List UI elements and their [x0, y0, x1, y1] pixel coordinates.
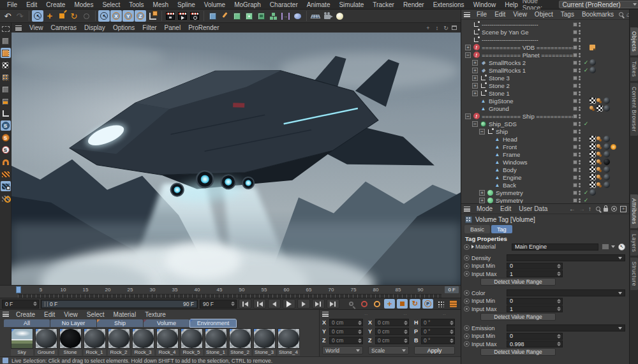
menubar-item-file[interactable]: File: [3, 1, 22, 8]
material-item-stone[interactable]: Stone: [59, 328, 82, 356]
expand-toggle[interactable]: −: [465, 52, 471, 58]
tree-row-body[interactable]: Body: [461, 166, 629, 173]
layer-box-icon[interactable]: [573, 129, 577, 134]
snap-modes-button[interactable]: [1, 133, 11, 143]
dolly-icon[interactable]: ↕: [434, 25, 440, 31]
layer-box-icon[interactable]: [573, 114, 577, 119]
visibility-dots-icon[interactable]: [579, 152, 581, 157]
add-light-button[interactable]: [334, 10, 345, 22]
layer-tab-environment[interactable]: Environment: [190, 319, 236, 327]
spinner-arrows[interactable]: [404, 339, 408, 343]
animation-dot-icon[interactable]: [464, 333, 470, 339]
coordinate-field[interactable]: 0 cm: [375, 337, 409, 344]
goto-start-button[interactable]: [239, 299, 251, 309]
keyframe-selection-button[interactable]: [371, 299, 382, 309]
spinner-arrows[interactable]: [33, 302, 37, 306]
back-icon[interactable]: ←: [569, 205, 575, 212]
phong-tag-icon[interactable]: [597, 175, 600, 178]
material-menu-select[interactable]: Select: [82, 311, 109, 318]
checker-tag-icon[interactable]: [590, 159, 596, 165]
render-view-button[interactable]: [165, 10, 176, 22]
spinner-arrows[interactable]: [450, 321, 454, 325]
coordinate-field[interactable]: 0 cm: [375, 319, 409, 326]
next-frame-button[interactable]: [297, 299, 310, 309]
attribute-menu-mode[interactable]: Mode: [473, 205, 496, 212]
visibility-dots-icon[interactable]: [579, 106, 581, 111]
spinner-arrows[interactable]: [358, 330, 362, 334]
material-item-sky[interactable]: Sky: [10, 328, 33, 356]
number-field[interactable]: 0: [507, 298, 563, 305]
phong-tag-icon[interactable]: [590, 106, 593, 110]
timeline-playhead[interactable]: [16, 286, 21, 293]
search-icon[interactable]: [619, 12, 623, 17]
spinner-arrows[interactable]: [358, 321, 362, 325]
enable-axis-button[interactable]: [1, 108, 11, 119]
visibility-dots-icon[interactable]: [579, 122, 581, 126]
maximize-icon[interactable]: [452, 25, 457, 30]
menubar-item-character[interactable]: Character: [265, 1, 302, 8]
play-button[interactable]: [283, 299, 295, 309]
search-icon[interactable]: [596, 207, 600, 211]
visibility-dots-icon[interactable]: [579, 76, 581, 80]
visibility-dots-icon[interactable]: [579, 168, 581, 172]
points-mode-button[interactable]: [1, 84, 11, 94]
add-camera-button[interactable]: [322, 10, 333, 22]
number-field[interactable]: 0.998: [507, 340, 563, 347]
pick-object-button[interactable]: [618, 244, 625, 251]
selection-marquee-button[interactable]: [1, 24, 11, 34]
phong-tag-icon[interactable]: [597, 98, 600, 102]
layer-box-icon[interactable]: [573, 22, 577, 27]
mat-dark-tag-icon[interactable]: [604, 174, 610, 180]
workplane-lock-button[interactable]: [1, 181, 11, 191]
visibility-dots-icon[interactable]: [579, 84, 581, 88]
material-menu-view[interactable]: View: [59, 311, 82, 318]
menubar-item-animate[interactable]: Animate: [302, 1, 335, 8]
viewport-menu-view[interactable]: View: [26, 24, 47, 31]
coordinate-system-button[interactable]: [147, 10, 158, 22]
mat-dark-tag-icon[interactable]: [604, 136, 610, 142]
snap-settings-button[interactable]: [1, 145, 11, 155]
material-thumbnail[interactable]: [229, 328, 251, 349]
material-item-rock-5[interactable]: Rock_5: [180, 328, 203, 356]
number-field[interactable]: 1: [507, 270, 563, 277]
previous-key-button[interactable]: [253, 299, 266, 309]
material-menu-material[interactable]: Material: [109, 311, 141, 318]
visibility-dots-icon[interactable]: [579, 61, 581, 65]
record-parameter-button[interactable]: [422, 299, 433, 309]
material-item-rock-1[interactable]: Rock_1: [83, 328, 106, 356]
layer-box-icon[interactable]: [573, 61, 577, 65]
detect-value-range-button[interactable]: Detect Value Range: [480, 348, 556, 356]
checker-tag-icon[interactable]: [590, 182, 596, 188]
timeline-range-slider[interactable]: 0 F90 F: [41, 300, 198, 309]
record-objects-button[interactable]: [346, 299, 357, 309]
viewport-menu-prorender[interactable]: ProRender: [184, 24, 223, 31]
menubar-item-tracker[interactable]: Tracker: [368, 1, 399, 8]
add-spline-button[interactable]: [219, 10, 230, 22]
menubar-item-create[interactable]: Create: [41, 1, 70, 8]
hamburger-icon[interactable]: [322, 312, 329, 317]
tree-row-separator[interactable]: ----------------------------: [461, 36, 629, 43]
phong-tag-icon[interactable]: [597, 182, 600, 186]
tree-row-frame[interactable]: Frame: [461, 150, 629, 158]
spinner-arrows[interactable]: [450, 330, 454, 334]
visibility-dots-icon[interactable]: [579, 183, 581, 187]
visibility-dots-icon[interactable]: [579, 68, 581, 73]
spinner-arrows[interactable]: [404, 330, 408, 334]
visibility-dots-icon[interactable]: [579, 114, 581, 119]
layer-box-icon[interactable]: [573, 106, 577, 111]
range-slider-fill[interactable]: 0 F90 F: [42, 301, 197, 307]
checker-tag-icon[interactable]: [590, 151, 596, 157]
tree-row-ship[interactable]: −=========== Ship ==============: [461, 112, 629, 120]
tree-row-ship[interactable]: −Ship: [461, 127, 629, 135]
quantize-grid-button[interactable]: [1, 169, 11, 179]
spinner-arrows[interactable]: [404, 321, 408, 325]
object-menu-tags[interactable]: Tags: [557, 11, 578, 18]
visibility-dots-icon[interactable]: [579, 22, 581, 27]
visibility-dots-icon[interactable]: [579, 91, 581, 96]
menubar-item-render[interactable]: Render: [399, 1, 429, 8]
chevron-down-icon[interactable]: [611, 245, 615, 248]
material-thumbnail[interactable]: [253, 328, 276, 349]
number-field[interactable]: 0: [507, 263, 563, 270]
layer-box-icon[interactable]: [573, 152, 577, 157]
mat-dark-tag-icon[interactable]: [590, 67, 596, 73]
